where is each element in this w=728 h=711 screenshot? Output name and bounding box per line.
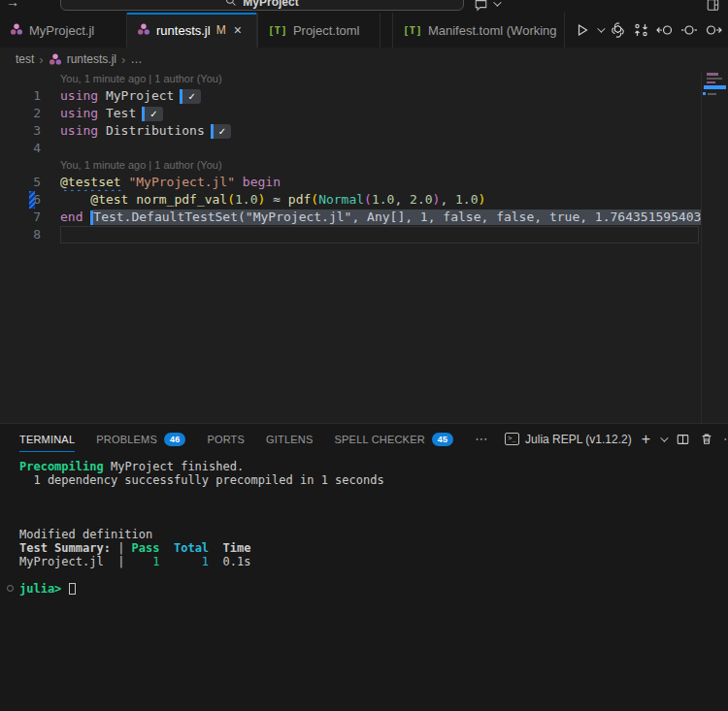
panel-tab-gitlens[interactable]: GITLENS (266, 427, 313, 452)
terminal-icon: >_ (505, 433, 519, 445)
editor-actions (565, 13, 728, 48)
tab-project-toml[interactable]: [T]Project.toml (257, 13, 381, 48)
terminal-output[interactable]: Precompiling MyProject finished. 1 depen… (0, 455, 728, 711)
code-line-6[interactable]: 6 @test norm_pdf_val(1.0) ≈ pdf(Normal(1… (0, 191, 701, 209)
panel-tab-label: PROBLEMS (96, 427, 157, 452)
tab-label: Project.toml (293, 23, 360, 38)
inline-eval-check: ✓ (142, 107, 162, 121)
panel-more-tabs-icon[interactable]: ⋯ (475, 432, 487, 446)
line-number[interactable]: 2 (0, 105, 60, 122)
run-button[interactable] (575, 22, 590, 38)
terminal-line (19, 501, 728, 514)
minimap[interactable] (701, 71, 728, 423)
code-text (60, 140, 701, 157)
panel-tab-strip: TERMINALPROBLEMS46PORTSGITLENSSPELL CHEC… (19, 427, 475, 452)
julia-icon (49, 52, 62, 66)
line-number[interactable]: 4 (0, 140, 60, 157)
toml-icon: [T] (268, 24, 287, 37)
terminal-cursor (69, 583, 76, 595)
toml-icon: [T] (403, 24, 422, 37)
vscode-window: → MyProject MyProject.jlruntests.jlM×[T]… (0, 0, 728, 711)
close-icon[interactable]: × (234, 22, 242, 38)
new-terminal-button[interactable]: + (642, 432, 650, 447)
breadcrumb-item[interactable]: … (130, 52, 142, 66)
panel-tab-label: SPELL CHECKER (335, 427, 425, 452)
terminal-dropdown-chevron[interactable] (660, 434, 668, 441)
terminal-line: Precompiling MyProject finished. (19, 460, 728, 473)
code-line-5[interactable]: 5@testset "MyProject.jl" begin (0, 174, 701, 191)
terminal-line: Modified definition (19, 528, 728, 541)
breadcrumb-item[interactable]: runtests.jl (67, 52, 116, 66)
code-line-2[interactable]: 2using Test✓ (0, 105, 701, 122)
panel-tab-terminal[interactable]: TERMINAL (19, 427, 75, 452)
openai-icon[interactable] (610, 22, 626, 39)
inline-eval-check: ✓ (211, 124, 231, 139)
panel-tab-ports[interactable]: PORTS (207, 427, 245, 452)
tab-runtests-jl[interactable]: runtests.jlM× (127, 13, 257, 48)
inline-eval-result: Test.DefaultTestSet("MyProject.jl", Any[… (90, 210, 701, 225)
terminal-session-selector[interactable]: >_ Julia REPL (v1.12.2) (505, 433, 632, 446)
tab-manifest-toml-working[interactable]: [T]Manifest.toml (Working (392, 13, 565, 48)
panel-tab-badge: 45 (432, 433, 453, 446)
code-line-3[interactable]: 3using Distributions✓ (0, 122, 701, 140)
search-value: MyProject (243, 0, 298, 10)
code-line-1[interactable]: 1using MyProject✓ (0, 87, 701, 105)
julia-icon (137, 22, 150, 39)
tab-label: Manifest.toml (Working (428, 23, 557, 38)
blame-annotation[interactable]: You, 1 minute ago | 1 author (You) (0, 157, 701, 174)
tab-label: runtests.jl (156, 23, 211, 38)
line-number[interactable]: 6 (0, 191, 60, 209)
terminal-session-label: Julia REPL (v1.12.2) (525, 433, 632, 446)
changes-icon[interactable] (680, 22, 698, 38)
editor-rows: You, 1 minute ago | 1 author (You)1using… (0, 71, 701, 423)
minimap-mark (707, 81, 715, 83)
terminal-line (19, 487, 728, 501)
panel-tab-problems[interactable]: PROBLEMS46 (96, 427, 185, 452)
terminal-line: MyProject.jl | 1 1 0.1s (19, 555, 728, 568)
line-number[interactable]: 8 (0, 226, 60, 243)
code-text: using Distributions✓ (60, 122, 701, 140)
terminal-line: Test Summary: | Pass Total Time (19, 541, 728, 555)
command-decoration-icon[interactable] (7, 585, 14, 592)
breadcrumb-separator: › (121, 52, 125, 67)
code-line-7[interactable]: 7end Test.DefaultTestSet("MyProject.jl",… (0, 209, 701, 226)
terminal-line (19, 514, 728, 528)
code-line-4[interactable]: 4 (0, 140, 701, 157)
chat-icon[interactable] (474, 0, 488, 12)
previous-change-icon[interactable] (656, 22, 674, 38)
panel-header: TERMINALPROBLEMS46PORTSGITLENSSPELL CHEC… (0, 424, 728, 454)
line-number[interactable]: 3 (0, 122, 60, 140)
breadcrumb-item[interactable]: test (16, 52, 34, 66)
code-line-8[interactable]: 8 (0, 226, 701, 243)
code-text: using Test✓ (60, 105, 701, 122)
modified-gutter-marker (29, 191, 35, 209)
customize-layout-icon[interactable] (706, 0, 720, 12)
terminal-line: 1 dependency successfully precompiled in… (19, 473, 728, 487)
kill-terminal-icon[interactable] (700, 432, 713, 446)
minimap-mark (708, 93, 716, 95)
open-changes-icon[interactable] (633, 22, 649, 38)
editor-tab-bar: MyProject.jlruntests.jlM×[T]Project.toml… (0, 13, 728, 48)
minimap-mark (707, 78, 722, 80)
title-bar: → MyProject (0, 0, 728, 13)
terminal-line (19, 568, 728, 582)
panel-tab-label: GITLENS (266, 427, 313, 452)
tab-myproject-jl[interactable]: MyProject.jl (0, 13, 127, 48)
line-number[interactable]: 1 (0, 87, 60, 105)
tab-label: MyProject.jl (29, 23, 94, 38)
split-terminal-icon[interactable] (676, 433, 690, 446)
run-dropdown-chevron[interactable] (597, 24, 605, 32)
chat-dropdown-chevron[interactable] (493, 0, 501, 7)
next-change-icon[interactable] (705, 22, 722, 38)
blame-annotation[interactable]: You, 1 minute ago | 1 author (You) (0, 71, 701, 87)
forward-arrow-icon[interactable]: → (6, 0, 19, 10)
panel-more-actions-icon[interactable]: ⋯ (723, 432, 728, 446)
code-editor[interactable]: You, 1 minute ago | 1 author (You)1using… (0, 71, 728, 423)
line-number[interactable]: 5 (0, 174, 60, 191)
line-number[interactable]: 7 (0, 209, 60, 226)
code-text (60, 226, 701, 243)
command-center-search[interactable]: MyProject (60, 0, 464, 11)
panel-tab-badge: 46 (164, 433, 185, 446)
bottom-panel: TERMINALPROBLEMS46PORTSGITLENSSPELL CHEC… (0, 423, 728, 711)
panel-tab-spell-checker[interactable]: SPELL CHECKER45 (335, 427, 454, 452)
